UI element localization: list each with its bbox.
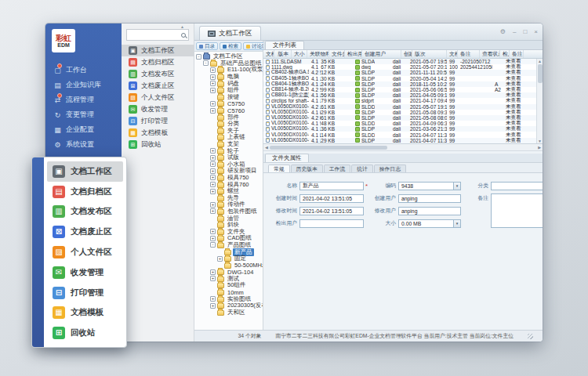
table-row[interactable]: CB402-轴承GA.SLDPRT 4.2 212 KB SLDPRT dali… <box>263 70 543 75</box>
category-field[interactable] <box>491 182 543 190</box>
vertical-scrollbar[interactable]: ▲ ▼ <box>536 59 543 143</box>
nav-menu-item[interactable]: ▤ 文档归档区 <box>122 56 194 68</box>
properties-tab[interactable]: 常规 <box>268 164 290 172</box>
expander-icon[interactable]: + <box>210 155 216 161</box>
popup-menu-item[interactable]: ⊞ 回收站 <box>47 323 123 343</box>
nav-menu-item[interactable]: ▣ 文档工作区 <box>122 45 194 56</box>
sidebar-item[interactable]: ⚙ 系统设置 <box>45 137 122 152</box>
table-row[interactable]: CB404-1轴承BOX(1.5.SL... 4.1 124 KB SLDPRT… <box>263 81 543 87</box>
checkout-user-field[interactable] <box>299 219 364 228</box>
expander-icon[interactable]: - <box>196 54 201 60</box>
sidebar-item[interactable]: ⇄ 流程管理 <box>45 92 122 107</box>
scroll-up-icon[interactable]: ▲ <box>538 59 542 63</box>
column-header[interactable]: 关联物料 <box>307 50 329 58</box>
expander-icon[interactable]: + <box>210 202 216 208</box>
tree-node[interactable]: 按键 <box>194 94 263 101</box>
tree-toolbar-button[interactable]: 检索 <box>220 42 241 50</box>
expander-icon[interactable]: + <box>210 74 216 80</box>
sidebar-item[interactable]: ↻ 变更管理 <box>45 107 122 122</box>
table-row[interactable]: VL0050DX0100-调整脚DX233... 4.1 136 KB SLDP… <box>263 126 543 132</box>
table-row[interactable]: CB814-轴承-B.20DB100... 4.2 299 KB SLDPRT … <box>263 87 543 92</box>
popup-menu-item[interactable]: ⊟ 打印管理 <box>47 283 123 303</box>
table-row[interactable]: circlips for shaft—type... 4.1 179 KB sl… <box>263 98 543 103</box>
table-row[interactable]: VL0050DX0100-C2222马达... 4.2 961 KB SLDPR… <box>263 115 543 121</box>
expander-icon[interactable]: - <box>210 242 216 248</box>
properties-tab[interactable]: 操作日志 <box>374 164 406 172</box>
tree-node[interactable]: + C5750 <box>194 100 263 107</box>
table-row[interactable]: CB801-1(防尘盖)+B/56L3... 4.1 156 KB SLDPRT… <box>263 92 543 98</box>
column-header[interactable]: 检出用户 <box>345 50 362 58</box>
expander-icon[interactable]: + <box>210 148 216 154</box>
expander-icon[interactable]: + <box>210 168 216 174</box>
column-header[interactable]: 文件类型 <box>329 50 345 58</box>
resize-grip[interactable] <box>528 334 533 339</box>
popup-menu-item[interactable]: ⊠ 文档废止区 <box>47 222 123 242</box>
nav-menu-item[interactable]: ▨ 个人文件区 <box>122 92 194 103</box>
expander-icon[interactable]: + <box>210 303 216 309</box>
expander-icon[interactable]: + <box>210 108 216 114</box>
nav-menu-item[interactable]: ▦ 文档模板 <box>122 127 194 139</box>
expander-icon[interactable]: + <box>210 189 216 194</box>
column-header[interactable]: 创建时间 <box>401 50 412 58</box>
expander-icon[interactable]: + <box>210 208 216 214</box>
properties-tab[interactable]: 历史版本 <box>291 164 323 172</box>
column-header[interactable]: 版次 <box>412 50 447 58</box>
tree-node[interactable]: 50-500MHz <box>194 262 263 269</box>
maximize-icon[interactable]: □ <box>523 29 527 35</box>
popup-menu-item[interactable]: ▨ 个人文件区 <box>47 242 123 262</box>
popup-menu-item[interactable]: ▦ 文档模板 <box>47 302 123 323</box>
table-row[interactable]: 1111.dwg 4.1 67 KB dwg dali 2021-05-07 2… <box>263 64 543 70</box>
properties-tab[interactable]: 统计 <box>351 164 373 172</box>
expander-icon[interactable]: + <box>210 236 216 241</box>
create-user-field[interactable]: anping <box>398 194 461 203</box>
expander-icon[interactable]: + <box>210 88 216 93</box>
tree-node[interactable]: 50组件 <box>194 282 263 289</box>
search-input[interactable] <box>129 31 181 38</box>
expander-icon[interactable]: + <box>210 101 216 107</box>
table-row[interactable]: VL0050DX0100-C底座.SL... 4.2 4,161 KB SLDD… <box>263 104 543 110</box>
popup-menu-item[interactable]: ▥ 文档发布区 <box>47 202 123 222</box>
popup-menu-item[interactable]: ▣ 文档工作区 <box>47 161 123 182</box>
expander-icon[interactable]: + <box>210 182 216 187</box>
scroll-right-icon[interactable]: ▶ <box>538 145 541 150</box>
note-textarea[interactable]: ▲ ▼ <box>491 193 543 228</box>
popup-menu-item[interactable]: ▤ 文档归档区 <box>47 182 123 202</box>
nav-menu-item[interactable]: ⊞ 回收站 <box>122 139 194 150</box>
scrollbar-thumb[interactable] <box>538 64 543 83</box>
sidebar-item[interactable]: ▢ 工作台 <box>45 63 122 78</box>
expander-icon[interactable]: + <box>210 175 216 180</box>
code-field[interactable]: 9438 <box>398 182 461 190</box>
table-row[interactable]: VL0050DX0100-纸箱重脚4(90... 4.1 129 KB SLDP… <box>263 138 543 143</box>
tab-document-workspace[interactable]: 文档工作区 <box>199 26 261 40</box>
column-header[interactable]: 创建用户 <box>362 50 401 58</box>
nav-menu-item[interactable]: ⊟ 打印管理 <box>122 115 194 127</box>
expander-icon[interactable]: + <box>210 81 216 86</box>
collapse-arrow-icon[interactable]: ▲ <box>180 24 184 29</box>
table-row[interactable]: VL0050DX0100-纸箱重脚4(90... 4.1 114 KB SLDD… <box>263 132 543 137</box>
expander-icon[interactable]: + <box>217 256 223 262</box>
size-field[interactable]: 0.00 MB <box>398 219 461 228</box>
tab-file-list[interactable]: 文件列表 <box>265 41 304 49</box>
popup-menu-item[interactable]: ✉ 收发管理 <box>47 262 123 283</box>
tree-node[interactable]: 天和区 <box>194 309 263 316</box>
minimize-icon[interactable]: – <box>513 29 516 35</box>
modify-time-field[interactable]: 2021-04-02 13:51:05 <box>299 207 364 215</box>
expander-icon[interactable]: + <box>210 296 216 302</box>
table-row[interactable]: VL0050DX0100-C2222马达... 4.1 529 KB SLDPR… <box>263 110 543 115</box>
scrollbar-thumb[interactable] <box>270 146 387 150</box>
name-field[interactable]: 新产品 <box>299 182 364 190</box>
table-row[interactable]: VL0050DX0100-C2底座.SL... 4.1 248 KB SLDDR… <box>263 121 543 126</box>
nav-menu-item[interactable]: ✉ 收发管理 <box>122 103 194 115</box>
expander-icon[interactable]: + <box>210 161 216 167</box>
column-header[interactable]: 大小 <box>292 50 307 58</box>
expander-icon[interactable]: + <box>210 276 216 281</box>
nav-menu-item[interactable]: ▥ 文档发布区 <box>122 68 194 80</box>
close-icon[interactable]: × <box>534 29 538 35</box>
scroll-left-icon[interactable]: ◀ <box>265 145 268 150</box>
column-header[interactable]: 文档名称 <box>263 50 274 58</box>
column-header[interactable]: 备注 <box>458 50 480 58</box>
sidebar-item[interactable]: ▤ 企业知识库 <box>45 78 122 92</box>
table-row[interactable]: 111.SLDASM 4.1 35 KB SLDASM dali 2021-05… <box>263 59 543 64</box>
create-time-field[interactable]: 2021-04-02 13:51:05 <box>299 194 364 203</box>
column-header[interactable]: 文档编码 <box>447 50 458 58</box>
